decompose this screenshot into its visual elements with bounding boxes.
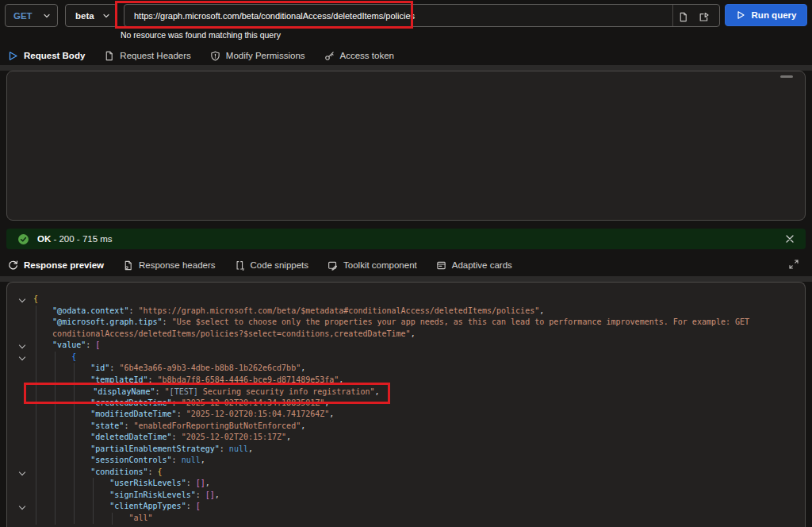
code-line: { — [7, 352, 805, 364]
fold-chevron-icon[interactable] — [19, 296, 25, 302]
cards-icon — [436, 260, 446, 271]
tab-adaptive-cards[interactable]: Adaptive cards — [436, 256, 512, 275]
status-details: - 200 - 715 ms — [53, 234, 112, 244]
tab-modify-permissions[interactable]: Modify Permissions — [210, 46, 305, 65]
run-query-button[interactable]: Run query — [725, 4, 807, 26]
tab-label: Access token — [340, 51, 394, 60]
tab-toolkit-component[interactable]: Toolkit component — [327, 256, 417, 275]
code-line: "value": [ — [7, 340, 805, 352]
tab-request-body[interactable]: Request Body — [8, 46, 85, 65]
status-label: OK — [37, 234, 51, 244]
shield-icon — [210, 51, 220, 61]
fold-chevron-icon[interactable] — [19, 503, 25, 510]
api-version-select[interactable]: beta — [65, 4, 117, 27]
code-line: "displayName": "[TEST] Securing security… — [7, 386, 805, 398]
tab-request-headers[interactable]: Request Headers — [104, 46, 191, 65]
code-line: "userRiskLevels": [], — [7, 478, 805, 490]
code-icon — [235, 260, 245, 271]
document-icon — [104, 51, 114, 61]
response-status-bar: OK - 200 - 715 ms — [6, 229, 806, 249]
expand-response-icon[interactable] — [788, 259, 801, 271]
code-line: conditionalAccess/deletedItems/policies?… — [7, 329, 805, 340]
url-validation-message: No resource was found matching this quer… — [121, 30, 281, 40]
http-method-select[interactable]: GET — [5, 4, 58, 27]
play-icon — [736, 10, 745, 20]
tab-label: Response preview — [24, 260, 104, 270]
code-line: "clientAppTypes": [ — [7, 501, 805, 513]
tab-label: Adaptive cards — [452, 260, 512, 270]
share-query-icon[interactable] — [697, 10, 710, 23]
code-line: "@microsoft.graph.tips": "Use $select to… — [7, 317, 805, 329]
code-line: "id": "6b4e3a66-a9b3-4dbe-b8b8-1b262e6cd… — [7, 363, 805, 375]
fold-chevron-icon[interactable] — [19, 353, 25, 360]
tab-response-headers[interactable]: Response headers — [123, 256, 216, 275]
code-line: "@odata.context": "https://graph.microso… — [7, 306, 805, 317]
fold-chevron-icon[interactable] — [19, 342, 25, 348]
code-line: "signInRiskLevels": [], — [7, 490, 805, 502]
run-query-label: Run query — [752, 10, 797, 20]
editor-scrollbar[interactable] — [780, 75, 793, 78]
chevron-down-icon — [102, 12, 110, 20]
chevron-down-icon — [43, 12, 51, 20]
response-preview-panel[interactable]: { "@odata.context": "https://graph.micro… — [6, 282, 806, 527]
code-line: { — [7, 294, 805, 306]
tab-label: Modify Permissions — [226, 51, 305, 60]
code-line: "conditions": { — [7, 467, 805, 479]
code-line: "deletedDateTime": "2025-12-02T20:15:17Z… — [7, 432, 805, 444]
tab-label: Request Headers — [120, 51, 191, 60]
code-line: "modifiedDateTime": "2025-12-02T20:15:04… — [7, 409, 805, 421]
api-version-value: beta — [75, 11, 94, 21]
tab-label: Response headers — [139, 260, 216, 270]
response-tabs: Response previewResponse headersCode sni… — [8, 256, 512, 275]
response-preview-icon — [8, 260, 18, 271]
tab-label: Toolkit component — [343, 260, 417, 270]
request-body-editor[interactable] — [6, 71, 806, 221]
code-line: "sessionControls": null, — [7, 455, 805, 467]
success-check-icon — [17, 233, 29, 245]
code-line: "state": "enabledForReportingButNotEnfor… — [7, 421, 805, 433]
annotation-box-displayname: "displayName": "[TEST] Securing security… — [24, 383, 390, 404]
divider — [672, 5, 673, 26]
resize-handle-request[interactable] — [0, 65, 812, 71]
send-icon — [8, 51, 18, 61]
tab-label: Request Body — [24, 51, 85, 60]
toolkit-icon — [327, 260, 338, 271]
tab-label: Code snippets — [251, 260, 309, 270]
code-line: "all" — [7, 513, 805, 525]
tab-response-preview[interactable]: Response preview — [8, 256, 104, 275]
response-json-viewer: { "@odata.context": "https://graph.micro… — [7, 294, 805, 527]
tab-code-snippets[interactable]: Code snippets — [235, 256, 309, 275]
key-icon — [324, 51, 335, 61]
tab-access-token[interactable]: Access token — [324, 46, 394, 65]
request-tabs: Request BodyRequest HeadersModify Permis… — [8, 46, 394, 65]
copy-request-icon[interactable] — [676, 10, 689, 23]
http-method-value: GET — [13, 11, 33, 21]
fold-chevron-icon[interactable] — [19, 468, 25, 475]
code-line: "partialEnablementStrategy": null, — [7, 444, 805, 456]
headers-icon — [123, 260, 133, 271]
annotation-box-url — [115, 1, 413, 29]
close-icon[interactable] — [785, 234, 795, 244]
resize-handle-response[interactable] — [0, 276, 812, 282]
